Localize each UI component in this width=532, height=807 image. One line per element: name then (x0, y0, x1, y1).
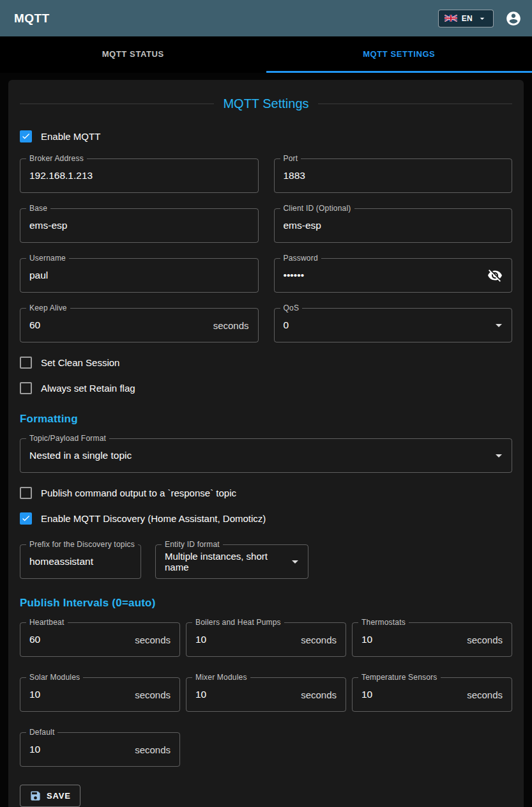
keep-alive-suffix: seconds (213, 320, 249, 331)
base-input[interactable] (29, 220, 249, 231)
base-field[interactable]: Base (20, 208, 259, 243)
page-title: MQTT Settings (223, 96, 308, 111)
default-interval-label: Default (26, 728, 57, 737)
password-label: Password (280, 254, 321, 263)
boilers-suffix: seconds (301, 634, 337, 645)
solar-modules-field[interactable]: Solar Modules seconds (20, 677, 180, 712)
mixer-modules-field[interactable]: Mixer Modules seconds (186, 677, 346, 712)
check-icon (21, 131, 31, 141)
qos-label: QoS (280, 304, 303, 312)
clean-session-row[interactable]: Set Clean Session (20, 354, 512, 371)
visibility-off-icon[interactable] (487, 268, 503, 283)
publish-response-row[interactable]: Publish command output to a `response` t… (20, 484, 512, 501)
tab-bar: MQTT STATUS MQTT SETTINGS (0, 36, 532, 73)
topic-payload-format-select[interactable]: Topic/Payload Format Nested in a single … (20, 438, 512, 473)
boilers-input[interactable] (195, 634, 296, 645)
mixer-modules-input[interactable] (195, 689, 296, 700)
topic-payload-format-value: Nested in a single topic (29, 450, 491, 461)
password-field[interactable]: Password (274, 258, 513, 293)
form-row-base-clientid: Base Client ID (Optional) (20, 208, 512, 243)
mqtt-discovery-checkbox[interactable] (20, 512, 32, 525)
qos-value: 0 (284, 319, 492, 331)
temperature-sensors-input[interactable] (361, 689, 462, 700)
retain-flag-row[interactable]: Always set Retain flag (20, 380, 512, 396)
account-circle-icon (505, 10, 522, 27)
entity-id-format-value: Multiple instances, short name (165, 551, 287, 573)
dropdown-arrow-icon (287, 554, 303, 569)
heartbeat-label: Heartbeat (26, 618, 68, 627)
thermostats-label: Thermostats (358, 618, 409, 627)
client-id-label: Client ID (Optional) (280, 204, 354, 213)
discovery-prefix-label: Prefix for the Discovery topics (26, 540, 138, 549)
enable-mqtt-row[interactable]: Enable MQTT (20, 128, 512, 144)
retain-flag-checkbox[interactable] (20, 382, 32, 394)
save-button[interactable]: SAVE (20, 785, 80, 807)
heartbeat-field[interactable]: Heartbeat seconds (20, 622, 180, 657)
form-row-keepalive-qos: Keep Alive seconds QoS 0 (20, 308, 512, 342)
language-selector-button[interactable]: EN (438, 10, 494, 27)
account-button[interactable] (504, 9, 523, 28)
port-input[interactable] (284, 170, 503, 181)
title-divider-left (20, 104, 214, 104)
entity-id-format-label: Entity ID format (162, 540, 223, 549)
discovery-prefix-input[interactable] (29, 556, 132, 567)
client-id-field[interactable]: Client ID (Optional) (274, 208, 513, 243)
tab-mqtt-settings[interactable]: MQTT SETTINGS (266, 36, 532, 73)
app-title: MQTT (14, 12, 49, 26)
discovery-options-row: Prefix for the Discovery topics Entity I… (20, 544, 512, 579)
settings-card: MQTT Settings Enable MQTT Broker Address… (8, 80, 524, 807)
formatting-heading: Formatting (20, 413, 512, 426)
clean-session-label: Set Clean Session (41, 357, 119, 368)
discovery-prefix-field[interactable]: Prefix for the Discovery topics (20, 544, 141, 579)
temperature-sensors-label: Temperature Sensors (358, 673, 441, 682)
thermostats-field[interactable]: Thermostats seconds (352, 622, 512, 657)
publish-response-label: Publish command output to a `response` t… (41, 488, 236, 498)
keep-alive-input[interactable] (29, 319, 208, 331)
mixer-modules-suffix: seconds (301, 689, 337, 700)
client-id-input[interactable] (284, 220, 503, 231)
broker-address-label: Broker Address (26, 154, 87, 163)
username-field[interactable]: Username (20, 258, 259, 293)
password-input[interactable] (284, 270, 483, 281)
port-field[interactable]: Port (274, 158, 513, 193)
base-label: Base (26, 204, 50, 213)
clean-session-checkbox[interactable] (20, 357, 32, 369)
temperature-sensors-field[interactable]: Temperature Sensors seconds (352, 677, 512, 712)
solar-modules-suffix: seconds (135, 689, 171, 700)
publish-intervals-heading: Publish Intervals (0=auto) (20, 597, 512, 610)
default-interval-field[interactable]: Default seconds (20, 732, 180, 767)
solar-modules-label: Solar Modules (26, 673, 83, 682)
keep-alive-field[interactable]: Keep Alive seconds (20, 308, 259, 342)
default-interval-input[interactable] (29, 744, 130, 755)
broker-address-field[interactable]: Broker Address (20, 158, 259, 193)
enable-mqtt-checkbox[interactable] (20, 130, 32, 142)
save-icon (29, 790, 42, 802)
qos-select[interactable]: QoS 0 (274, 308, 513, 342)
retain-flag-label: Always set Retain flag (41, 383, 135, 394)
check-icon (21, 513, 31, 523)
heartbeat-input[interactable] (29, 634, 130, 645)
save-button-label: SAVE (47, 791, 71, 801)
boilers-label: Boilers and Heat Pumps (192, 618, 284, 627)
thermostats-input[interactable] (361, 634, 462, 645)
mqtt-discovery-row[interactable]: Enable MQTT Discovery (Home Assistant, D… (20, 510, 512, 526)
tab-mqtt-status[interactable]: MQTT STATUS (0, 36, 266, 73)
boilers-field[interactable]: Boilers and Heat Pumps seconds (186, 622, 346, 657)
enable-mqtt-label: Enable MQTT (41, 131, 100, 142)
entity-id-format-select[interactable]: Entity ID format Multiple instances, sho… (155, 544, 308, 579)
dropdown-arrow-icon (491, 448, 506, 463)
topic-payload-format-label: Topic/Payload Format (26, 434, 109, 443)
solar-modules-input[interactable] (29, 689, 130, 700)
dropdown-arrow-icon (491, 318, 506, 333)
heartbeat-suffix: seconds (135, 634, 171, 645)
publish-response-checkbox[interactable] (20, 487, 32, 499)
form-row-username-password: Username Password (20, 258, 512, 293)
broker-address-input[interactable] (29, 170, 249, 181)
username-label: Username (26, 254, 69, 263)
app-bar: MQTT EN (0, 0, 532, 36)
intervals-grid: Heartbeat seconds Boilers and Heat Pumps… (20, 622, 512, 767)
language-label: EN (462, 14, 473, 23)
username-input[interactable] (29, 270, 249, 281)
thermostats-suffix: seconds (467, 634, 503, 645)
chevron-down-icon (477, 13, 487, 24)
